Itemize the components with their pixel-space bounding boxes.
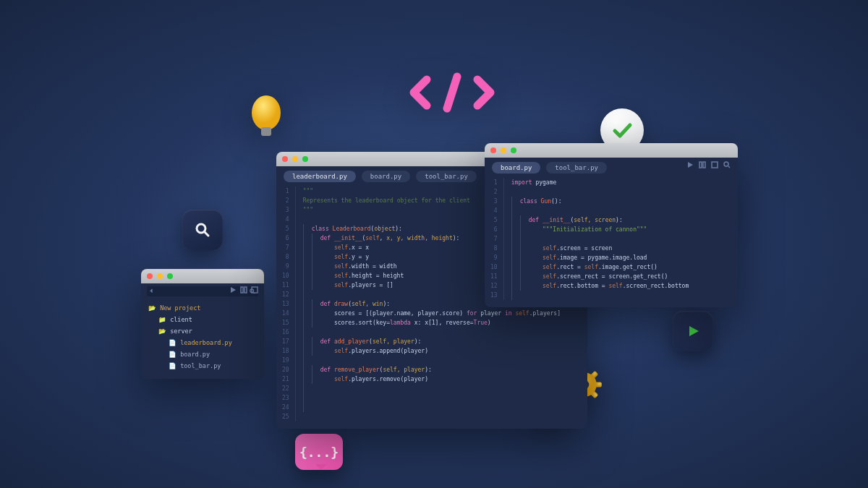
- right-editor-window: board.py tool_bar.py 12345678910111213 i…: [485, 143, 738, 307]
- panels-icon[interactable]: [240, 286, 247, 294]
- play-icon[interactable]: [229, 286, 237, 294]
- play-badge-icon: [673, 311, 713, 351]
- svg-point-15: [724, 162, 728, 166]
- close-icon[interactable]: [490, 147, 496, 153]
- maximize-icon[interactable]: [302, 156, 308, 162]
- maximize-icon[interactable]: [167, 273, 173, 279]
- svg-rect-13: [703, 162, 705, 168]
- tab-board[interactable]: board.py: [362, 171, 410, 182]
- search-icon[interactable]: [723, 161, 731, 168]
- tab-board-r[interactable]: board.py: [492, 162, 540, 174]
- right-titlebar[interactable]: [485, 143, 738, 158]
- file-board[interactable]: 📄 board.py: [148, 348, 257, 360]
- line-gutter: 1234567891011121314151617181920212223242…: [276, 187, 296, 421]
- maximize-icon[interactable]: [511, 147, 516, 153]
- file-toolbar[interactable]: 📄 tool_bar.py: [148, 360, 257, 372]
- code-bracket-icon: [405, 71, 499, 117]
- square-icon[interactable]: [711, 161, 718, 168]
- close-icon[interactable]: [147, 273, 153, 279]
- search-badge-icon: [182, 210, 223, 250]
- svg-rect-14: [712, 162, 718, 168]
- svg-rect-10: [244, 287, 247, 293]
- braces-tooltip-icon: {...}: [295, 434, 343, 470]
- tab-leaderboard[interactable]: leaderboard.py: [284, 171, 356, 182]
- minimize-icon[interactable]: [157, 273, 163, 279]
- svg-rect-9: [241, 287, 243, 293]
- svg-rect-11: [252, 287, 258, 293]
- svg-point-0: [252, 95, 281, 130]
- braces-text: {...}: [299, 445, 339, 460]
- file-leaderboard[interactable]: 📄 leaderboard.py: [148, 337, 257, 348]
- close-icon[interactable]: [282, 156, 288, 162]
- minimize-icon[interactable]: [501, 147, 506, 153]
- folder-server[interactable]: server: [148, 325, 257, 337]
- grid-icon[interactable]: [251, 286, 258, 294]
- svg-rect-1: [261, 127, 271, 136]
- folder-client[interactable]: client: [148, 314, 257, 325]
- explorer-titlebar[interactable]: [141, 269, 264, 283]
- right-toolbar: [686, 161, 731, 168]
- line-gutter: 12345678910111213: [485, 178, 504, 300]
- lightbulb-icon: [247, 94, 285, 147]
- play-icon[interactable]: [686, 161, 694, 168]
- code-lines: import pygame class Gun(): def __init__(…: [504, 178, 689, 300]
- tab-toolbar-r[interactable]: tool_bar.py: [546, 162, 607, 174]
- project-folder[interactable]: New project: [148, 302, 257, 314]
- panels-icon[interactable]: [699, 161, 706, 168]
- tab-toolbar[interactable]: tool_bar.py: [416, 171, 477, 182]
- right-code-area[interactable]: 12345678910111213 import pygame class Gu…: [485, 178, 738, 307]
- svg-rect-12: [699, 162, 702, 168]
- file-tree: New project client server 📄 leaderboard.…: [141, 299, 264, 379]
- minimize-icon[interactable]: [292, 156, 298, 162]
- file-explorer-window: New project client server 📄 leaderboard.…: [141, 269, 264, 379]
